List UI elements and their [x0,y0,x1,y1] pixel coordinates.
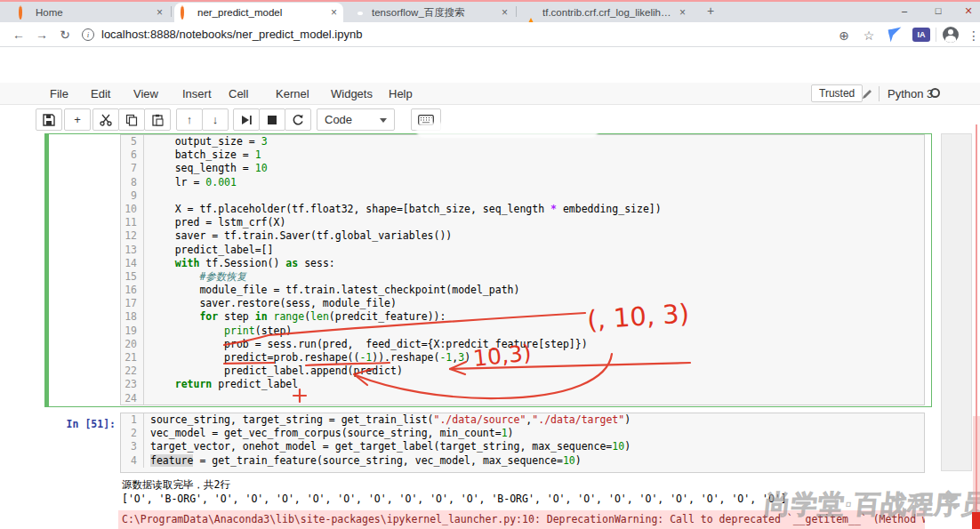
add-cell-button[interactable]: + [64,108,91,131]
forward-icon[interactable]: → [32,25,52,44]
code-editor-2[interactable]: 1source_string, target_string = get_trai… [120,413,925,473]
code-line[interactable]: 17 saver.restore(sess, module_file) [121,297,924,310]
restart-kernel-button[interactable] [285,108,311,131]
tab-strip: Home × ner_predict_model × tensorflow_百度… [0,0,980,22]
code-text: X = tf.placeholder(tf.float32, shape=[ba… [144,203,662,216]
url-field[interactable]: localhost:8888/notebooks/ner_predict_mod… [101,28,362,41]
line-number: 13 [121,244,144,257]
page-info-icon[interactable]: i [82,28,94,41]
close-icon[interactable]: × [157,7,163,18]
menu-file[interactable]: File [50,87,68,100]
close-icon[interactable]: × [331,7,337,18]
trusted-badge: Trusted [811,84,863,102]
tab-home[interactable]: Home × [12,3,169,22]
code-text: prob = sess.run(pred, feed_dict={X:predc… [144,338,588,351]
paste-cell-button[interactable] [144,108,171,131]
code-text: #参数恢复 [144,270,246,284]
input-prompt: In [51]: [50,418,116,430]
move-cell-up-button[interactable]: ↑ [176,108,203,131]
code-line[interactable]: 20 prob = sess.run(pred, feed_dict={X:pr… [121,338,924,351]
code-editor[interactable]: 5 output_size = 36 batch_size = 17 seq_l… [120,134,925,405]
kernel-name: Python 3 [888,87,933,100]
code-cell-selected[interactable]: 5 output_size = 36 batch_size = 17 seq_l… [44,133,932,407]
menu-edit[interactable]: Edit [91,87,110,100]
menu-insert[interactable]: Insert [182,87,212,100]
line-number: 2 [121,427,144,440]
code-text: saver = tf.train.Saver(tf.global_variabl… [144,229,452,243]
tab-tensorflow-search[interactable]: tensorflow_百度搜索 × [349,3,514,22]
interrupt-kernel-button[interactable] [259,108,285,131]
menu-widgets[interactable]: Widgets [331,87,373,100]
code-line[interactable]: 24 [121,392,924,405]
line-number: 1 [121,413,144,427]
code-line[interactable]: 21 predict=prob.reshape((-1)).reshape(-1… [121,351,924,365]
code-line[interactable]: 4feature = get_train_feature(source_stri… [121,454,924,468]
line-number: 11 [121,216,144,229]
code-line[interactable]: 16 module_file = tf.train.latest_checkpo… [121,284,924,297]
tab-label: tensorflow_百度搜索 [372,6,496,20]
cell-type-select[interactable]: Code [317,108,395,131]
tab-tf-crf-doc[interactable]: tf.contrib.crf.crf_log_likelihood × [519,3,692,22]
menu-bar: File Edit View Insert Cell Kernel Widget… [0,83,980,105]
line-number: 22 [121,365,144,378]
code-line[interactable]: 14 with tf.Session() as sess: [121,257,924,270]
run-cell-button[interactable] [233,108,260,131]
code-line[interactable]: 6 batch_size = 1 [121,148,924,162]
extension-ia-badge[interactable]: IA [912,28,930,42]
code-line[interactable]: 7 seq_length = 10 [121,162,924,175]
code-text: vec_model = get_vec_from_corpus(source_s… [144,427,514,440]
copy-cell-button[interactable] [118,108,145,131]
tab-ner-predict-model[interactable]: ner_predict_model × [174,3,343,22]
close-icon[interactable]: × [679,7,686,18]
tab-label: tf.contrib.crf.crf_log_likelihood [542,7,674,18]
code-line[interactable]: 3target_vector, onehot_model = get_targe… [121,440,924,453]
code-line[interactable]: 18 for step in range(len(predcit_feature… [121,310,924,324]
code-line[interactable]: 19 print(step) [121,325,924,338]
code-line[interactable]: 12 saver = tf.train.Saver(tf.global_vari… [121,229,924,243]
menu-kernel[interactable]: Kernel [276,87,309,100]
close-window-button[interactable]: ✕ [953,0,980,21]
bookmark-star-icon[interactable]: ☆ [859,26,879,45]
close-icon[interactable]: × [502,7,508,18]
command-palette-button[interactable] [411,108,441,131]
back-icon[interactable]: ← [9,25,28,44]
code-line[interactable]: 1source_string, target_string = get_trai… [121,413,924,427]
profile-avatar[interactable] [943,27,959,43]
code-line[interactable]: 11 pred = lstm_crf(X) [121,216,924,229]
code-text: module_file = tf.train.latest_checkpoint… [144,284,519,297]
line-number: 4 [121,454,144,468]
reload-icon[interactable]: ↻ [55,25,75,44]
code-line[interactable]: 15 #参数恢复 [121,270,924,284]
save-button[interactable] [36,108,62,131]
menu-help[interactable]: Help [389,87,413,100]
new-tab-button[interactable]: + [701,4,720,20]
code-line[interactable]: 9 [121,189,924,203]
maximize-button[interactable]: □ [923,0,953,21]
line-number: 21 [121,351,144,365]
menu-view[interactable]: View [133,87,158,100]
zoom-icon[interactable]: ⊕ [834,26,854,45]
code-line[interactable]: 23 return predict_label [121,378,924,391]
code-line[interactable]: 8 lr = 0.001 [121,176,924,189]
extension-flag-icon[interactable] [888,28,904,43]
code-line[interactable]: 10 X = tf.placeholder(tf.float32, shape=… [121,203,924,216]
line-number: 10 [121,203,144,216]
code-text: predict_label=[] [144,244,273,257]
notebook-area: 5 output_size = 36 batch_size = 17 seq_l… [0,133,980,529]
line-number: 18 [121,310,144,324]
code-text: feature = get_train_feature(source_strin… [144,454,582,468]
cut-cell-button[interactable] [92,108,119,131]
minimize-button[interactable]: – [889,0,920,21]
code-text: lr = 0.001 [144,176,237,189]
scrollbar[interactable] [941,133,972,471]
menu-cell[interactable]: Cell [229,87,248,100]
code-line[interactable]: 5 output_size = 3 [121,135,924,148]
code-line[interactable]: 13 predict_label=[] [121,244,924,257]
code-line[interactable]: 2vec_model = get_vec_from_corpus(source_… [121,427,924,440]
code-text: predict=prob.reshape((-1)).reshape(-1,3) [144,351,470,365]
jupyter-icon [19,7,30,19]
menu-dots-icon[interactable]: ⋮ [964,26,980,45]
move-cell-down-button[interactable]: ↓ [202,108,229,131]
code-line[interactable]: 22 predict_label.append(predict) [121,365,924,378]
line-number: 7 [121,162,144,175]
